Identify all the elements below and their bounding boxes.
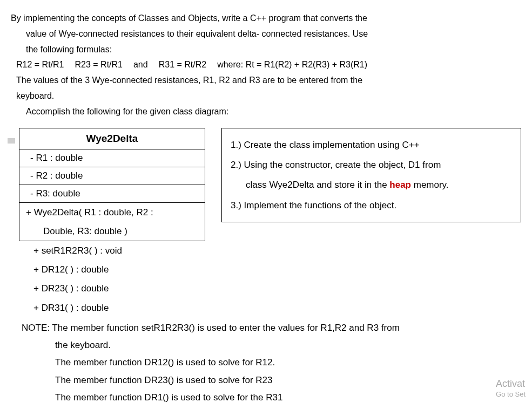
intro-section: By implementing the concepts of Classes … [11, 11, 521, 120]
class-method: + DR31( ) : double [19, 298, 205, 317]
class-attribute: - R3: double [19, 185, 205, 202]
heap-keyword: heap [389, 180, 411, 190]
class-method: + DR12( ) : double [19, 260, 205, 279]
formula-r12: R12 = Rt/R1 [16, 57, 64, 73]
diagram-row: Wye2Delta - R1 : double - R2 : double - … [11, 128, 521, 317]
class-diagram-table: Wye2Delta - R1 : double - R2 : double - … [19, 128, 205, 241]
formula-row: R12 = Rt/R1 R23 = Rt/R1 and R31 = Rt/R2 … [11, 57, 521, 73]
task-item: 1.) Create the class implementation usin… [231, 135, 512, 155]
class-name-header: Wye2Delta [19, 128, 205, 149]
task-item: 2.) Using the constructor, create the ob… [231, 155, 512, 175]
intro-text: value of Wye-connected resistances to th… [11, 26, 521, 42]
note-text: The member function DR1() is used to sol… [22, 389, 521, 406]
note-text: NOTE: The member function setR1R2R3() is… [22, 319, 521, 337]
intro-text: By implementing the concepts of Classes … [11, 11, 521, 26]
class-method: + DR23( ) : double [19, 279, 205, 298]
intro-text: the following formulas: [11, 42, 521, 58]
intro-text: keyboard. [11, 88, 521, 104]
task-text: class Wye2Delta and store it in the [246, 180, 389, 190]
class-method: + Wye2Delta( R1 : double, R2 : [19, 202, 205, 222]
decorative-marker [8, 138, 15, 144]
intro-text: Accomplish the following for the given c… [11, 104, 521, 120]
formula-and: and [133, 57, 148, 73]
formula-where: where: Rt = R1(R2) + R2(R3) + R3(R1) [217, 57, 367, 73]
task-box: 1.) Create the class implementation usin… [221, 128, 521, 223]
task-item: 3.) Implement the functions of the objec… [231, 195, 512, 215]
formula-r23: R23 = Rt/R1 [75, 57, 122, 73]
task-text: memory. [411, 180, 449, 190]
class-attribute: - R2 : double [19, 167, 205, 185]
activation-watermark: Activat Go to Set [496, 378, 526, 399]
class-diagram-column: Wye2Delta - R1 : double - R2 : double - … [19, 128, 205, 317]
class-attribute: - R1 : double [19, 149, 205, 167]
task-item-continuation: class Wye2Delta and store it in the heap… [231, 175, 512, 195]
note-section: NOTE: The member function setR1R2R3() is… [11, 319, 521, 406]
watermark-sub: Go to Set [496, 390, 526, 399]
class-method-continuation: Double, R3: double ) [19, 222, 205, 241]
note-text: the keyboard. [22, 337, 521, 354]
intro-text: The values of the 3 Wye-connected resist… [11, 73, 521, 88]
watermark-main: Activat [496, 378, 526, 390]
note-text: The member function DR12() is used to so… [22, 354, 521, 371]
class-method: + setR1R2R3( ) : void [19, 241, 205, 260]
formula-r31: R31 = Rt/R2 [159, 57, 206, 73]
note-text: The member function DR23() is used to so… [22, 372, 521, 389]
